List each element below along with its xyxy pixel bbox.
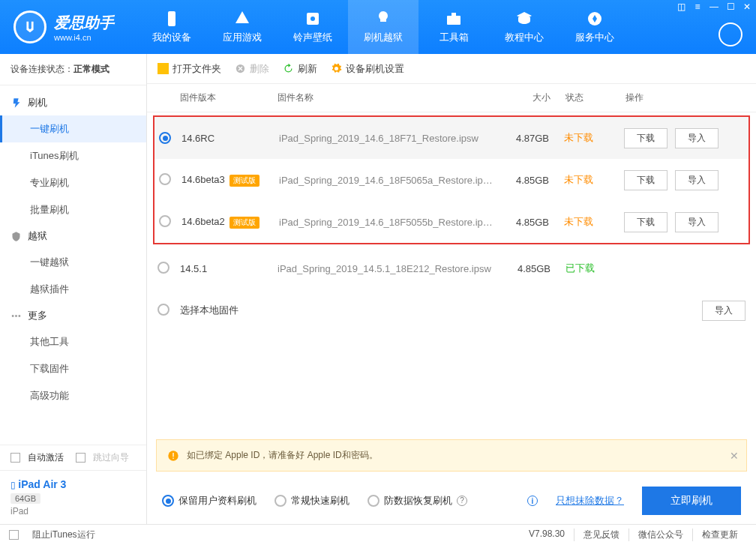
opt-keep-data[interactable]: 保留用户资料刷机 (162, 494, 256, 508)
brand-sub: www.i4.cn (54, 33, 114, 42)
main: 打开文件夹 删除 刷新 设备刷机设置 固件版本 固件名称 大小 状态 操作 14… (147, 54, 756, 524)
menu-icon[interactable]: ≡ (692, 1, 704, 12)
nav-tools[interactable]: 工具箱 (418, 0, 489, 54)
settings-button[interactable]: 设备刷机设置 (331, 62, 404, 76)
nav: 我的设备 应用游戏 铃声壁纸 刷机越狱 工具箱 教程中心 服务中心 (136, 0, 756, 54)
brand-title: 爱思助手 (54, 13, 114, 33)
sidebar-item-advanced[interactable]: 高级功能 (0, 382, 146, 409)
alert-bar: 如已绑定 Apple ID，请准备好 Apple ID和密码。 ✕ (156, 439, 747, 472)
sidebar-item-jbplugin[interactable]: 越狱插件 (0, 276, 146, 303)
svg-rect-8 (19, 315, 21, 317)
row-radio[interactable] (158, 304, 170, 316)
option-bar: 保留用户资料刷机 常规快速刷机 防数据恢复刷机? i 只想抹除数据？ 立即刷机 (147, 478, 756, 524)
local-fw-row[interactable]: 选择本地固件 导入 (147, 289, 756, 331)
download-button[interactable]: 下载 (624, 128, 668, 148)
sidebar: 设备连接状态：正常模式 刷机 一键刷机 iTunes刷机 专业刷机 批量刷机 越… (0, 54, 147, 524)
import-button[interactable]: 导入 (675, 212, 718, 232)
nav-ringtone[interactable]: 铃声壁纸 (278, 0, 348, 54)
fw-row[interactable]: 14.6RC iPad_Spring_2019_14.6_18F71_Resto… (154, 117, 748, 159)
titlebar: ◫ ≡ — ☐ ✕ 爱思助手 www.i4.cn 我的设备 应用游戏 铃声壁纸 … (0, 0, 756, 54)
flash-now-button[interactable]: 立即刷机 (642, 487, 741, 515)
sidebar-item-proflash[interactable]: 专业刷机 (0, 169, 146, 196)
delete-button[interactable]: 删除 (235, 62, 269, 76)
logo-icon (14, 10, 46, 43)
menu-group-jailbreak[interactable]: 越狱 (0, 223, 146, 249)
download-button[interactable]: 下载 (624, 212, 668, 232)
svg-rect-0 (168, 11, 176, 26)
nav-service[interactable]: 服务中心 (560, 0, 630, 54)
refresh-icon (283, 63, 294, 74)
row-radio[interactable] (159, 173, 171, 185)
svg-rect-12 (172, 457, 173, 458)
warning-icon (167, 450, 179, 462)
erase-link[interactable]: 只想抹除数据？ (556, 494, 624, 508)
sidebar-item-batchflash[interactable]: 批量刷机 (0, 196, 146, 223)
skin-icon[interactable]: ◫ (675, 1, 687, 12)
svg-rect-6 (12, 315, 14, 317)
brand: 爱思助手 www.i4.cn (14, 10, 114, 43)
close-icon[interactable]: ✕ (741, 1, 753, 12)
nav-tutorial[interactable]: 教程中心 (489, 0, 560, 54)
device-status: 设备连接状态：正常模式 (0, 54, 146, 85)
sidebar-item-dlfw[interactable]: 下载固件 (0, 355, 146, 382)
check-update-link[interactable]: 检查更新 (692, 529, 747, 541)
info-icon[interactable]: i (527, 496, 538, 506)
table-header: 固件版本 固件名称 大小 状态 操作 (147, 84, 756, 112)
svg-rect-3 (447, 16, 460, 25)
delete-icon (235, 63, 246, 74)
import-button[interactable]: 导入 (675, 128, 718, 148)
toolbar: 打开文件夹 删除 刷新 设备刷机设置 (147, 54, 756, 84)
menu-group-more[interactable]: 更多 (0, 303, 146, 328)
alert-close-icon[interactable]: ✕ (730, 450, 739, 462)
block-itunes-checkbox[interactable] (9, 530, 19, 540)
fw-row[interactable]: 14.5.1 iPad_Spring_2019_14.5.1_18E212_Re… (147, 247, 756, 289)
import-button[interactable]: 导入 (702, 301, 746, 321)
row-radio[interactable] (159, 215, 171, 227)
fw-row[interactable]: 14.6beta2测试版 iPad_Spring_2019_14.6_18F50… (154, 201, 748, 243)
sidebar-item-itunesflash[interactable]: iTunes刷机 (0, 142, 146, 169)
window-controls: ◫ ≡ — ☐ ✕ (675, 1, 753, 12)
footer: 阻止iTunes运行 V7.98.30 意见反馈 微信公众号 检查更新 (0, 524, 756, 545)
gear-icon (331, 63, 342, 74)
row-radio[interactable] (159, 132, 171, 144)
open-folder-button[interactable]: 打开文件夹 (158, 62, 221, 76)
svg-rect-11 (172, 453, 173, 457)
auto-activate-checkbox[interactable] (10, 453, 20, 463)
download-button[interactable]: 下载 (624, 170, 668, 190)
fw-row[interactable]: 14.6beta3测试版 iPad_Spring_2019_14.6_18F50… (154, 159, 748, 201)
sidebar-item-quickflash[interactable]: 一键刷机 (0, 115, 146, 142)
refresh-button[interactable]: 刷新 (283, 62, 317, 76)
sidebar-item-quickjb[interactable]: 一键越狱 (0, 249, 146, 276)
help-icon[interactable]: ? (457, 496, 467, 506)
row-radio[interactable] (158, 262, 170, 274)
version-label: V7.98.30 (520, 529, 574, 541)
import-button[interactable]: 导入 (675, 170, 718, 190)
menu-group-flash[interactable]: 刷机 (0, 90, 146, 115)
opt-anti-recovery[interactable]: 防数据恢复刷机? (368, 494, 467, 508)
nav-device[interactable]: 我的设备 (136, 0, 207, 54)
svg-point-2 (310, 16, 315, 21)
highlighted-rows: 14.6RC iPad_Spring_2019_14.6_18F71_Resto… (153, 115, 750, 244)
svg-rect-7 (15, 315, 17, 317)
minimize-icon[interactable]: — (708, 1, 720, 12)
skip-guide-checkbox[interactable] (76, 453, 86, 463)
folder-icon (158, 63, 169, 74)
nav-flash[interactable]: 刷机越狱 (348, 0, 418, 54)
sidebar-item-othertools[interactable]: 其他工具 (0, 328, 146, 355)
nav-apps[interactable]: 应用游戏 (207, 0, 278, 54)
opt-normal-flash[interactable]: 常规快速刷机 (274, 494, 350, 508)
download-circle-icon[interactable] (718, 22, 742, 46)
wechat-link[interactable]: 微信公众号 (628, 529, 692, 541)
feedback-link[interactable]: 意见反馈 (574, 529, 628, 541)
svg-rect-4 (452, 13, 456, 16)
device-info[interactable]: ▯ iPad Air 3 64GB iPad (0, 470, 146, 524)
maximize-icon[interactable]: ☐ (724, 1, 736, 12)
